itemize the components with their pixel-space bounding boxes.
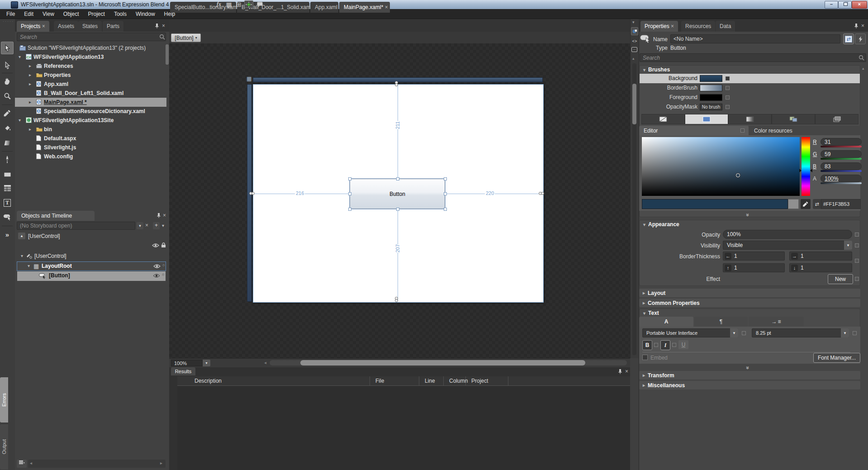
embed-checkbox[interactable] [642, 355, 648, 360]
alpha-channel-label[interactable]: A [813, 176, 816, 182]
visibility-dropdown[interactable]: Visible [723, 241, 852, 250]
zoom-value[interactable]: 100% [171, 360, 203, 366]
tree-item-solution[interactable]: Solution "WFSilverlightApplication13" (2… [15, 43, 166, 52]
column-project[interactable]: Project [466, 376, 508, 385]
canvas-vscrollbar[interactable] [632, 63, 636, 355]
miscellaneous-section-header[interactable]: ▸Miscellaneous [639, 381, 860, 389]
menu-object[interactable]: Object [59, 9, 84, 19]
common-properties-header[interactable]: ▸Common Properties [639, 299, 860, 307]
storyboard-add-icon[interactable]: + [153, 222, 160, 229]
button-tool[interactable] [1, 211, 14, 223]
expander-icon[interactable]: ▸ [29, 100, 31, 104]
panel-scroll-up-icon[interactable]: ▴ [862, 66, 864, 71]
properties-search-input[interactable] [640, 53, 866, 62]
font-size-chevron-icon[interactable]: ▾ [841, 328, 849, 337]
zoom-tool[interactable] [1, 90, 14, 102]
tree-item-defaultaspx[interactable]: Default.aspx [15, 134, 166, 143]
brush-row-foreground[interactable]: Foreground [640, 93, 860, 102]
background-swatch[interactable] [700, 75, 722, 82]
design-view-button[interactable] [631, 27, 638, 35]
lock-slot-icon[interactable]: ○ [162, 272, 164, 277]
tree-item-project[interactable]: ▾ C# WFSilverlightApplication13 [15, 52, 166, 62]
column-line[interactable]: Line [419, 376, 444, 385]
column-description[interactable]: Description [177, 376, 370, 385]
text-tool[interactable]: T [1, 196, 14, 209]
paragraph-tab[interactable]: ¶ [694, 317, 748, 327]
italic-button[interactable]: I [660, 340, 670, 350]
hue-slider[interactable] [802, 137, 810, 196]
expander-icon[interactable]: ▸ [29, 72, 31, 77]
minimize-button[interactable]: – [825, 1, 838, 9]
tree-item-siteproject[interactable]: ▾ WFSilverlightApplication13Site [15, 116, 166, 125]
green-slider-gradient[interactable] [821, 158, 862, 160]
saturation-value-picker[interactable] [642, 137, 800, 196]
doc-tab-appxaml[interactable]: App.xaml [310, 2, 338, 13]
bold-button[interactable]: B [642, 340, 652, 350]
expander-icon[interactable]: ▾ [28, 263, 30, 268]
column-file[interactable]: File [370, 376, 419, 385]
rectangle-tool[interactable] [1, 168, 14, 181]
foreground-swatch[interactable] [700, 94, 722, 101]
objects-row-usercontrol[interactable]: ▾ [UserControl] [15, 252, 166, 261]
color-resources-tab[interactable]: Color resources [749, 126, 860, 135]
advanced-options-marker[interactable] [855, 259, 859, 263]
effect-new-button[interactable]: New [828, 274, 853, 284]
split-view-button[interactable]: -- [631, 47, 637, 52]
advanced-options-marker[interactable] [726, 76, 730, 81]
grid-rail-icon[interactable]: ▦ [247, 76, 251, 82]
brush-row-opacitymask[interactable]: OpacityMask No brush [640, 102, 860, 112]
tab-resources[interactable]: Resources [681, 21, 715, 32]
tab-assets[interactable]: Assets [54, 21, 78, 32]
zoom-dropdown-icon[interactable]: ▾ [203, 360, 210, 366]
canvas-vscrollbar-thumb[interactable] [632, 84, 636, 124]
tab-close-icon[interactable]: × [42, 24, 45, 28]
lock-slot-icon[interactable]: ○ [162, 263, 165, 267]
doc-tab-close-icon[interactable]: × [385, 5, 388, 9]
brushes-header[interactable]: ▾Brushes [640, 66, 860, 73]
blue-slider-gradient[interactable] [821, 170, 862, 172]
pin-icon[interactable] [618, 369, 622, 375]
opacitymask-swatch[interactable]: No brush [700, 104, 722, 110]
selection-handle-w[interactable] [348, 192, 351, 195]
column-column[interactable]: Column [444, 376, 466, 385]
green-channel-field[interactable]: 59 [821, 150, 862, 158]
scroll-right-icon[interactable]: ▸ [160, 461, 162, 465]
expander-icon[interactable]: ▾ [21, 253, 23, 258]
menu-edit[interactable]: Edit [19, 9, 38, 19]
eyedropper-icon[interactable] [801, 199, 811, 209]
hscroll-left-icon[interactable]: ◂ [264, 360, 266, 365]
red-channel-label[interactable]: R [813, 139, 817, 145]
close-panel-icon[interactable]: × [163, 213, 166, 218]
font-family-dropdown[interactable]: Portable User Interface [642, 328, 738, 337]
hex-swap-icon[interactable]: ⇄ [813, 199, 821, 209]
storyboard-close-icon[interactable]: × [145, 223, 148, 228]
borderbrush-swatch[interactable] [700, 85, 722, 91]
brush-resources-tab[interactable] [815, 114, 859, 124]
events-view-button[interactable] [855, 33, 866, 44]
canvas-hscrollbar[interactable] [270, 360, 627, 366]
tree-item-bwalldoor[interactable]: B_Wall_Door_Left1_Solid.xaml [15, 89, 166, 98]
advanced-options-marker[interactable] [726, 86, 730, 90]
font-manager-button[interactable]: Font Manager... [813, 353, 860, 363]
tree-item-appxaml[interactable]: ▸ App.xaml [15, 80, 166, 89]
objects-timeline-header[interactable]: Objects and Timeline [17, 211, 95, 221]
scroll-left-icon[interactable]: ◂ [30, 461, 32, 465]
pin-icon[interactable] [157, 213, 161, 219]
color-picker-cursor[interactable] [736, 173, 740, 177]
solid-brush-tab[interactable] [685, 114, 728, 124]
text-flow-tab[interactable]: →≡ [749, 317, 804, 327]
selection-handle-e[interactable] [444, 192, 447, 195]
annotations-icon[interactable] [255, 0, 264, 8]
expander-icon[interactable]: ▾ [19, 54, 21, 59]
menu-window[interactable]: Window [131, 9, 160, 19]
rail-grip[interactable]: ····· [3, 19, 14, 24]
scroll-up-icon[interactable]: ▴ [632, 56, 635, 61]
gradient-tool[interactable] [1, 137, 14, 149]
storyboard-dropdown-icon[interactable]: ▾ [137, 222, 143, 229]
collapse-chevron-icon[interactable]: » [745, 366, 751, 370]
blue-channel-label[interactable]: B [813, 163, 816, 170]
appearance-header[interactable]: ▾Appearance [640, 220, 860, 228]
menu-tools[interactable]: Tools [109, 9, 131, 19]
blue-channel-field[interactable]: 83 [821, 162, 862, 170]
underline-button[interactable]: U [678, 340, 688, 349]
